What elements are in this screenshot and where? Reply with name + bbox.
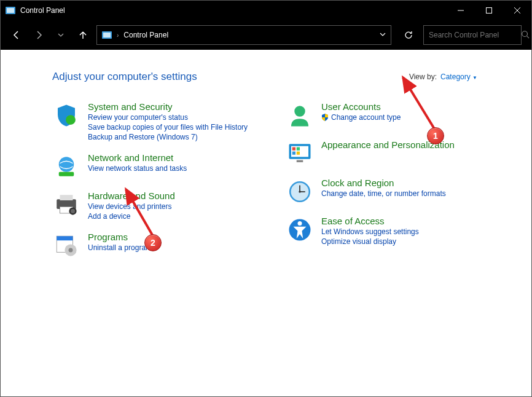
right-column: User Accounts Change account type Appear… xyxy=(287,101,483,259)
svg-rect-1 xyxy=(7,8,14,13)
svg-point-22 xyxy=(294,106,305,117)
category-hardware: Hardware and Sound View devices and prin… xyxy=(53,191,250,221)
date-time-formats-link[interactable]: Change date, time, or number formats xyxy=(321,189,446,198)
svg-rect-29 xyxy=(297,160,303,163)
svg-rect-27 xyxy=(292,152,295,155)
shield-icon xyxy=(53,103,79,128)
change-account-type-link[interactable]: Change account type xyxy=(321,113,401,122)
svg-rect-7 xyxy=(103,33,111,37)
annotation-badge-1: 1 xyxy=(427,127,444,144)
uninstall-link[interactable]: Uninstall a program xyxy=(88,243,152,252)
monitor-icon xyxy=(287,141,313,167)
user-accounts-link[interactable]: User Accounts xyxy=(321,101,401,112)
hardware-sound-link[interactable]: Hardware and Sound xyxy=(88,191,175,201)
user-icon xyxy=(287,103,313,128)
content-area: Adjust your computer's settings View by:… xyxy=(1,50,531,271)
category-appearance: Appearance and Personalization xyxy=(287,140,483,167)
devices-printers-link[interactable]: View devices and printers xyxy=(88,202,175,211)
clock-region-link[interactable]: Clock and Region xyxy=(321,178,446,188)
globe-icon xyxy=(53,154,79,179)
review-status-link[interactable]: Review your computer's status xyxy=(88,113,248,122)
programs-icon xyxy=(53,233,79,259)
backup-restore-link[interactable]: Backup and Restore (Windows 7) xyxy=(88,133,248,141)
breadcrumb[interactable]: Control Panel xyxy=(123,31,168,39)
svg-point-33 xyxy=(299,191,301,193)
refresh-button[interactable] xyxy=(399,25,418,45)
network-status-link[interactable]: View network status and tasks xyxy=(88,164,187,173)
svg-rect-25 xyxy=(292,147,295,151)
back-button[interactable] xyxy=(8,25,25,45)
svg-rect-26 xyxy=(297,147,300,151)
view-by-label: View by: xyxy=(409,73,437,81)
svg-rect-3 xyxy=(487,8,492,14)
svg-point-21 xyxy=(69,248,73,253)
accessibility-icon xyxy=(287,217,313,243)
category-user-accounts: User Accounts Change account type xyxy=(287,101,483,128)
svg-rect-12 xyxy=(59,172,74,176)
svg-line-9 xyxy=(527,36,530,38)
chevron-right-icon: › xyxy=(117,32,119,39)
ease-access-link[interactable]: Ease of Access xyxy=(321,216,419,226)
address-icon xyxy=(102,30,112,40)
search-icon xyxy=(521,30,530,41)
svg-point-10 xyxy=(66,115,76,125)
maximize-button[interactable] xyxy=(475,1,503,20)
up-button[interactable] xyxy=(74,25,92,45)
svg-rect-14 xyxy=(60,195,73,200)
clock-icon xyxy=(287,179,313,205)
category-network: Network and Internet View network status… xyxy=(53,152,250,179)
svg-point-8 xyxy=(522,31,528,36)
category-clock: Clock and Region Change date, time, or n… xyxy=(287,178,483,205)
chevron-down-icon[interactable] xyxy=(380,31,386,39)
search-box[interactable] xyxy=(423,25,522,45)
printer-icon xyxy=(53,192,79,218)
svg-point-17 xyxy=(71,209,75,213)
view-by-dropdown[interactable]: Category ▼ xyxy=(440,73,477,81)
view-by: View by: Category ▼ xyxy=(409,73,477,81)
window-title: Control Panel xyxy=(20,6,447,15)
file-history-link[interactable]: Save backup copies of your files with Fi… xyxy=(88,123,248,132)
search-input[interactable] xyxy=(429,31,521,39)
annotation-badge-2: 2 xyxy=(144,234,162,251)
forward-button[interactable] xyxy=(30,25,47,45)
uac-shield-icon xyxy=(321,114,329,121)
minimize-button[interactable] xyxy=(447,1,475,20)
category-ease-access: Ease of Access Let Windows suggest setti… xyxy=(287,216,483,246)
recent-dropdown[interactable] xyxy=(52,25,69,45)
control-panel-icon xyxy=(6,6,15,15)
category-system-security: System and Security Review your computer… xyxy=(53,101,250,141)
svg-point-11 xyxy=(59,157,74,172)
nav-bar: › Control Panel xyxy=(1,20,531,50)
system-security-link[interactable]: System and Security xyxy=(88,101,248,112)
address-bar[interactable]: › Control Panel xyxy=(96,25,391,45)
page-title: Adjust your computer's settings xyxy=(52,71,197,83)
add-device-link[interactable]: Add a device xyxy=(88,212,175,221)
network-internet-link[interactable]: Network and Internet xyxy=(88,152,187,163)
suggest-settings-link[interactable]: Let Windows suggest settings xyxy=(321,227,419,236)
title-bar: Control Panel xyxy=(1,1,531,20)
visual-display-link[interactable]: Optimize visual display xyxy=(321,237,419,246)
programs-link[interactable]: Programs xyxy=(88,232,152,242)
svg-rect-28 xyxy=(297,152,300,155)
close-button[interactable] xyxy=(503,1,531,20)
svg-rect-19 xyxy=(57,236,72,240)
svg-point-35 xyxy=(298,221,302,226)
